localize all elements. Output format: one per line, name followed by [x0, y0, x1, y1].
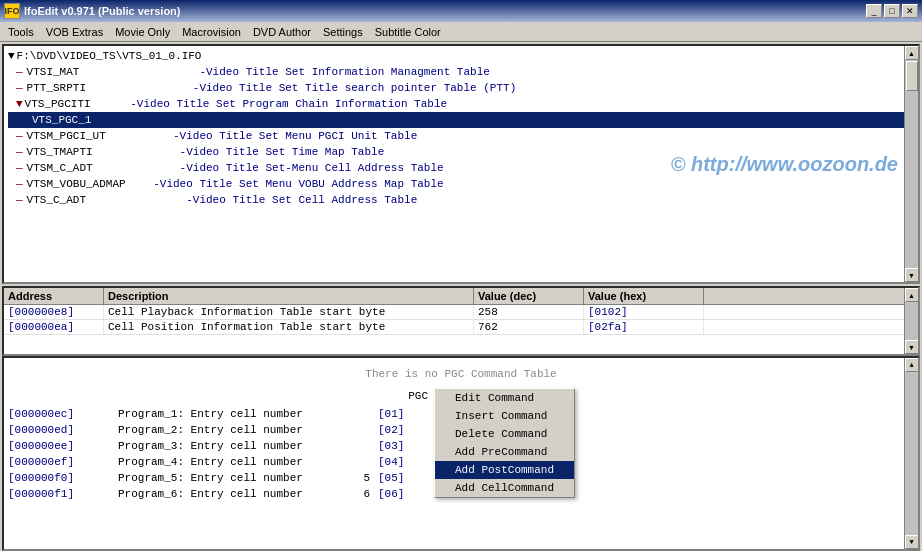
pgc-hex-3: [04]	[378, 454, 438, 470]
table-scroll-down[interactable]: ▼	[905, 340, 919, 354]
col-value-dec: Value (dec)	[474, 288, 584, 304]
cell-hex-0: [0102]	[584, 305, 704, 319]
main-content: ▼ F:\DVD\VIDEO_TS\VTS_01_0.IFO — VTSI_MA…	[0, 42, 922, 551]
cell-desc-0: Cell Playback Information Table start by…	[104, 305, 474, 319]
ctx-delete-command[interactable]: Delete Command	[435, 425, 574, 443]
pgc-hex-4: [05]	[378, 470, 438, 486]
pgc-hex-1: [02]	[378, 422, 438, 438]
ctx-add-precommand[interactable]: Add PreCommand	[435, 443, 574, 461]
details-scrollbar[interactable]: ▲ ▼	[904, 358, 918, 549]
col-description: Description	[104, 288, 474, 304]
table-panel: Address Description Value (dec) Value (h…	[2, 286, 920, 356]
app-title: IfoEdit v0.971 (Public version)	[24, 5, 181, 17]
window-controls: _ □ ✕	[866, 4, 918, 18]
table-row[interactable]: [000000ea] Cell Position Information Tab…	[4, 320, 918, 335]
details-panel[interactable]: There is no PGC Command Table PGC Progra…	[2, 356, 920, 551]
col-address: Address	[4, 288, 104, 304]
tree-node-vtsm-pgci-ut[interactable]: — VTSM_PGCI_UT -Video Title Set Menu PGC…	[8, 128, 914, 144]
tree-root-path: F:\DVD\VIDEO_TS\VTS_01_0.IFO	[17, 48, 202, 64]
menu-vob-extras[interactable]: VOB Extras	[40, 24, 109, 40]
app-icon: IFO	[4, 3, 20, 19]
pgc-addr-1: [000000ed]	[8, 422, 118, 438]
tree-node-vts-c-adt[interactable]: — VTS_C_ADT -Video Title Set Cell Addres…	[8, 192, 914, 208]
tree-panel[interactable]: ▼ F:\DVD\VIDEO_TS\VTS_01_0.IFO — VTSI_MA…	[2, 44, 920, 284]
pgc-label-0: Program_1: Entry cell number	[118, 406, 338, 422]
pgc-hex-5: [06]	[378, 486, 438, 502]
pgc-addr-0: [000000ec]	[8, 406, 118, 422]
menu-macrovision[interactable]: Macrovision	[176, 24, 247, 40]
pgc-val-5: 6	[338, 486, 378, 502]
tree-label-vtsm-pgci-ut: VTSM_PGCI_UT	[27, 128, 147, 144]
table-row[interactable]: [000000e8] Cell Playback Information Tab…	[4, 305, 918, 320]
scroll-thumb[interactable]	[906, 61, 918, 91]
close-button[interactable]: ✕	[902, 4, 918, 18]
menu-dvd-author[interactable]: DVD Author	[247, 24, 317, 40]
tree-node-vtsm-c-adt[interactable]: — VTSM_C_ADT -Video Title Set-Menu Cell …	[8, 160, 914, 176]
tree-node-vts-pgciti[interactable]: ▼ VTS_PGCITI -Video Title Set Program Ch…	[8, 96, 914, 112]
ctx-insert-command[interactable]: Insert Command	[435, 407, 574, 425]
tree-label-vts-pgc-1: VTS_PGC_1	[32, 112, 91, 128]
table-header: Address Description Value (dec) Value (h…	[4, 288, 918, 305]
pgc-addr-5: [000000f1]	[8, 486, 118, 502]
scroll-down-btn[interactable]: ▼	[905, 268, 919, 282]
pgc-label-2: Program_3: Entry cell number	[118, 438, 338, 454]
title-bar: IFO IfoEdit v0.971 (Public version) _ □ …	[0, 0, 922, 22]
tree-root[interactable]: ▼ F:\DVD\VIDEO_TS\VTS_01_0.IFO	[8, 48, 914, 64]
pgc-addr-2: [000000ee]	[8, 438, 118, 454]
scroll-up-btn[interactable]: ▲	[905, 46, 919, 60]
pgc-label-1: Program_2: Entry cell number	[118, 422, 338, 438]
menu-movie-only[interactable]: Movie Only	[109, 24, 176, 40]
cell-addr-0: [000000e8]	[4, 305, 104, 319]
tree-label-vts-c-adt: VTS_C_ADT	[27, 192, 147, 208]
tree-label-vts-tmapti: VTS_TMAPTI	[27, 144, 147, 160]
cell-desc-1: Cell Position Information Table start by…	[104, 320, 474, 334]
tree-node-vts-tmapti[interactable]: — VTS_TMAPTI -Video Title Set Time Map T…	[8, 144, 914, 160]
table-scroll-up[interactable]: ▲	[905, 288, 919, 302]
menu-tools[interactable]: Tools	[2, 24, 40, 40]
tree-content: ▼ F:\DVD\VIDEO_TS\VTS_01_0.IFO — VTSI_MA…	[4, 46, 918, 210]
details-scroll-track[interactable]	[905, 372, 919, 535]
ctx-add-cellcommand[interactable]: Add CellCommand	[435, 479, 574, 497]
table-scrollbar[interactable]: ▲ ▼	[904, 288, 918, 354]
no-pgc-text: There is no PGC Command Table	[8, 368, 914, 380]
tree-label-vtsm-c-adt: VTSM_C_ADT	[27, 160, 147, 176]
pgc-val-0	[338, 406, 378, 422]
pgc-addr-3: [000000ef]	[8, 454, 118, 470]
minimize-button[interactable]: _	[866, 4, 882, 18]
tree-node-ptt-srpti[interactable]: — PTT_SRPTI -Video Title Set Title searc…	[8, 80, 914, 96]
pgc-val-1	[338, 422, 378, 438]
tree-label-vts-pgciti: VTS_PGCITI	[25, 96, 91, 112]
tree-node-vtsm-vobu-admap[interactable]: — VTSM_VOBU_ADMAP -Video Title Set Menu …	[8, 176, 914, 192]
cell-val-1: 762	[474, 320, 584, 334]
menu-bar: Tools VOB Extras Movie Only Macrovision …	[0, 22, 922, 42]
pgc-label-3: Program_4: Entry cell number	[118, 454, 338, 470]
details-scroll-down[interactable]: ▼	[905, 535, 919, 549]
menu-settings[interactable]: Settings	[317, 24, 369, 40]
scroll-track[interactable]	[905, 60, 919, 268]
pgc-hex-0: [01]	[378, 406, 438, 422]
tree-label-vtsi-mat: VTSI_MAT	[27, 64, 147, 80]
cell-hex-1: [02fa]	[584, 320, 704, 334]
context-menu: Edit Command Insert Command Delete Comma…	[434, 388, 575, 498]
pgc-label-5: Program_6: Entry cell number	[118, 486, 338, 502]
ctx-add-postcommand[interactable]: Add PostCommand	[435, 461, 574, 479]
pgc-val-3	[338, 454, 378, 470]
cell-addr-1: [000000ea]	[4, 320, 104, 334]
tree-scrollbar[interactable]: ▲ ▼	[904, 46, 918, 282]
ctx-edit-command[interactable]: Edit Command	[435, 389, 574, 407]
title-bar-left: IFO IfoEdit v0.971 (Public version)	[4, 3, 181, 19]
cell-val-0: 258	[474, 305, 584, 319]
pgc-val-4: 5	[338, 470, 378, 486]
pgc-val-2	[338, 438, 378, 454]
tree-label-vtsm-vobu-admap: VTSM_VOBU_ADMAP	[27, 176, 147, 192]
menu-subtitle-color[interactable]: Subtitle Color	[369, 24, 447, 40]
tree-label-ptt-srpti: PTT_SRPTI	[27, 80, 147, 96]
pgc-label-4: Program_5: Entry cell number	[118, 470, 338, 486]
tree-node-vtsi-mat[interactable]: — VTSI_MAT -Video Title Set Information …	[8, 64, 914, 80]
table-scroll-track[interactable]	[905, 302, 919, 340]
pgc-addr-4: [000000f0]	[8, 470, 118, 486]
details-scroll-up[interactable]: ▲	[905, 358, 919, 372]
maximize-button[interactable]: □	[884, 4, 900, 18]
col-value-hex: Value (hex)	[584, 288, 704, 304]
tree-node-vts-pgc-1[interactable]: VTS_PGC_1	[8, 112, 914, 128]
